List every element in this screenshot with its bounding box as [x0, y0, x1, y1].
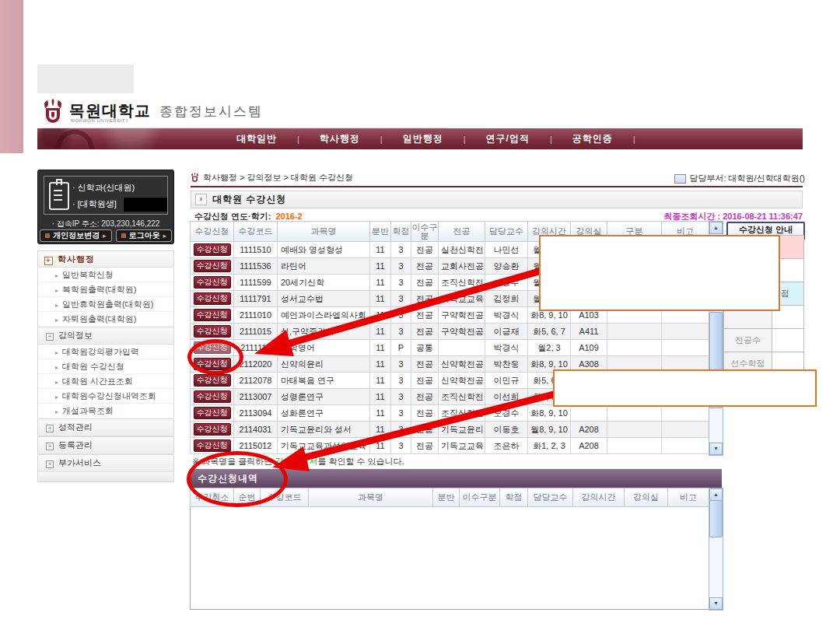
course-name-link[interactable]: 라틴어 — [278, 258, 370, 275]
sidebar-item[interactable]: +부가서비스 — [38, 454, 173, 472]
redacted-name — [124, 198, 167, 212]
nav-item-4[interactable]: 공학인증 — [552, 132, 633, 145]
summary-value — [772, 329, 804, 352]
sidebar-item[interactable]: ▸대학원 시간표조회 — [38, 374, 173, 389]
table-cell: 3 — [391, 373, 411, 389]
table-cell: 전공 — [411, 438, 439, 454]
syllabus-link[interactable]: 강의계획서 — [275, 457, 317, 466]
user-info-box: · 신학과(신대원) · [대학원생] — [44, 176, 168, 215]
apply-button[interactable]: 수강신청 — [194, 390, 231, 403]
logo-subtitle: MOKWON UNIVERSITY — [71, 118, 129, 123]
column-header: 강의시간 — [573, 488, 625, 507]
nav-item-3[interactable]: 연구/업적 — [466, 132, 550, 145]
sidebar-item[interactable]: ▸일반복학신청 — [38, 268, 173, 282]
sidebar-item[interactable]: ▸자퇴원출력(대학원) — [38, 312, 173, 327]
sidebar-item[interactable]: ▸개설과목조회 — [38, 404, 173, 418]
table-cell: 3 — [391, 356, 411, 373]
course-name-link[interactable]: 성서교수법 — [278, 291, 370, 307]
sidebar-header-haksa[interactable]: +학사행정 — [38, 251, 173, 268]
nav-item-2[interactable]: 일반행정 — [383, 132, 464, 145]
sidebar-item[interactable]: ▸대학원수강신청내역조회 — [38, 389, 173, 404]
expand-icon: + — [46, 333, 54, 341]
table-cell — [662, 422, 709, 438]
table-row: 수강신청2111111신학영어11P공통박경식월2, 3A109 — [191, 340, 709, 356]
table-cell: 수강신청 — [191, 405, 234, 422]
change-info-button[interactable]: 개인정보변경▸ — [40, 229, 112, 242]
arrow-right-icon: ▸ — [103, 232, 107, 240]
course-name-link[interactable]: 기독교교육과성인교육 — [278, 438, 370, 454]
table-cell: 화8, 9, 10 — [528, 405, 571, 422]
course-name-link[interactable]: 20세기신학 — [278, 275, 370, 291]
sidebar-item[interactable]: +강의정보 — [38, 327, 173, 345]
table-row: 수강신청2115012기독교교육과성인교육113전공기독교교육전공조은하화1, … — [191, 438, 709, 454]
scroll-down-icon[interactable]: ▼ — [709, 443, 723, 455]
sidebar-item[interactable]: ▸복학원출력(대학원) — [38, 282, 173, 297]
apply-button[interactable]: 수강신청 — [194, 260, 231, 272]
department-info: 담당부서: 대학원/신학대학원() — [674, 173, 806, 184]
apply-button[interactable]: 수강신청 — [194, 439, 231, 452]
table-cell: 공통 — [411, 340, 439, 356]
sidebar-item[interactable]: ▸대학원강의평가입력 — [38, 345, 173, 359]
course-name-link[interactable]: 마태복음 연구 — [278, 373, 370, 389]
scrollbar-thumb[interactable] — [709, 500, 723, 537]
scroll-up-icon[interactable]: ▲ — [709, 488, 723, 501]
column-header: 전공 — [439, 222, 485, 242]
apply-button[interactable]: 수강신청 — [194, 407, 231, 419]
table-cell: 조직신학전공 — [439, 389, 485, 405]
course-name-link[interactable]: 성령론연구 — [278, 389, 370, 405]
expand-icon: + — [46, 460, 54, 468]
apply-button[interactable]: 수강신청 — [194, 292, 231, 305]
table-cell: 신약학전공 — [439, 373, 485, 389]
table-cell — [607, 438, 662, 454]
column-header: 담당교수 — [485, 222, 528, 242]
course-name-link[interactable]: 예언과이스라엘의사회 — [278, 307, 370, 324]
apply-button[interactable]: 수강신청 — [194, 374, 231, 387]
table-cell: 전공 — [411, 356, 439, 373]
logout-button[interactable]: 로그아웃▸ — [116, 229, 173, 242]
nav-item-0[interactable]: 대학일반 — [216, 132, 297, 145]
course-name-link[interactable]: 기독교윤리와 성서 — [278, 422, 370, 438]
arrow-bullet-icon: › — [195, 194, 207, 205]
arrow-right-icon: ▸ — [55, 408, 58, 415]
apply-button[interactable]: 수강신청 — [194, 309, 231, 321]
sidebar-item[interactable]: ▸대학원 수강신청 — [38, 359, 173, 374]
arrow-right-icon: ▸ — [55, 302, 58, 309]
table-cell: 1111791 — [234, 291, 278, 307]
history-scrollbar[interactable]: ▲ ▼ — [709, 488, 723, 611]
table-cell: 박찬웅 — [485, 356, 528, 373]
apply-button[interactable]: 수강신청 — [194, 276, 231, 289]
scroll-up-icon[interactable]: ▲ — [709, 222, 723, 234]
column-header: 학점 — [500, 488, 528, 507]
sidebar-item[interactable]: +성적관리 — [38, 418, 173, 436]
course-name-link[interactable]: 성화론연구 — [278, 405, 370, 422]
table-cell: 전공 — [411, 373, 439, 389]
arrow-right-icon: ▸ — [55, 317, 58, 324]
table-cell: 조직신학전공 — [439, 275, 485, 291]
nav-separator: | — [633, 135, 635, 144]
sidebar-item[interactable]: +등록관리 — [38, 436, 173, 454]
nav-item-1[interactable]: 학사행정 — [299, 132, 380, 145]
breadcrumb: 학사행정 > 강의정보 > 대학원 수강신청 — [191, 172, 353, 184]
table-cell: 전공 — [411, 258, 439, 275]
apply-button[interactable]: 수강신청 — [194, 325, 231, 338]
apply-button[interactable]: 수강신청 — [194, 243, 231, 256]
course-name-link[interactable]: 예배와 영성형성 — [278, 242, 370, 258]
table-cell: 3 — [391, 258, 411, 275]
table-cell: 11 — [370, 405, 391, 422]
course-name-link[interactable]: 신약의윤리 — [278, 356, 370, 373]
table-cell: 기독교윤리전공 — [439, 422, 485, 438]
table-cell — [662, 438, 709, 454]
course-name-link[interactable]: 신,구약중간사 — [278, 324, 370, 340]
highlight-circle-history — [187, 451, 288, 507]
table-cell: 전공 — [411, 291, 439, 307]
column-header: 과목명 — [309, 488, 433, 507]
table-cell: 수강신청 — [191, 275, 234, 291]
user-dept: · 신학과(신대원) — [72, 182, 135, 194]
table-cell: 2114031 — [234, 422, 278, 438]
course-name-link[interactable]: 신학영어 — [278, 340, 370, 356]
table-cell: 3 — [391, 422, 411, 438]
apply-button[interactable]: 수강신청 — [194, 423, 231, 436]
scroll-down-icon[interactable]: ▼ — [709, 597, 723, 610]
sidebar-item[interactable]: ▸일반휴학원출력(대학원) — [38, 297, 173, 312]
logo: 목원대학교 MOKWON UNIVERSITY 종합정보시스템 — [43, 98, 447, 128]
